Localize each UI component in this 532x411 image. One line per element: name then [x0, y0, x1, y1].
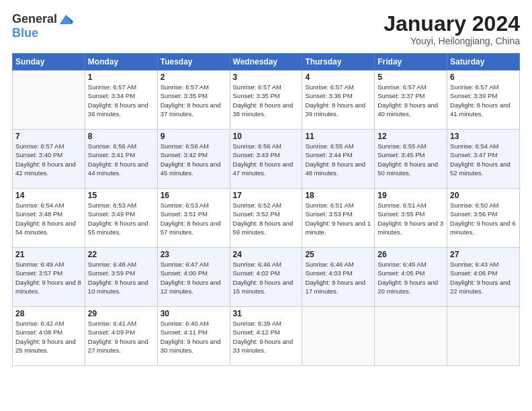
calendar-cell: 16Sunrise: 6:53 AM Sunset: 3:51 PM Dayli…	[157, 189, 230, 248]
cell-date: 28	[15, 309, 82, 318]
calendar-cell: 23Sunrise: 6:47 AM Sunset: 4:00 PM Dayli…	[157, 248, 230, 307]
cell-info: Sunrise: 6:55 AM Sunset: 3:45 PM Dayligh…	[378, 142, 444, 177]
cell-date: 7	[15, 132, 82, 141]
calendar-cell: 18Sunrise: 6:51 AM Sunset: 3:53 PM Dayli…	[302, 189, 375, 248]
cell-date: 4	[305, 73, 371, 82]
logo: General Blue	[12, 12, 73, 40]
cell-info: Sunrise: 6:42 AM Sunset: 4:08 PM Dayligh…	[15, 319, 82, 355]
cell-info: Sunrise: 6:57 AM Sunset: 3:35 PM Dayligh…	[233, 83, 300, 118]
title-area: January 2024 Youyi, Heilongjiang, China	[384, 12, 520, 46]
calendar-cell: 4Sunrise: 6:57 AM Sunset: 3:36 PM Daylig…	[302, 71, 375, 130]
day-header-tuesday: Tuesday	[157, 54, 230, 71]
cell-date: 25	[305, 250, 371, 259]
cell-info: Sunrise: 6:41 AM Sunset: 4:09 PM Dayligh…	[88, 319, 154, 355]
cell-date: 5	[378, 73, 444, 82]
cell-date: 26	[378, 250, 444, 259]
calendar-cell: 19Sunrise: 6:51 AM Sunset: 3:55 PM Dayli…	[375, 189, 447, 248]
calendar-cell: 28Sunrise: 6:42 AM Sunset: 4:08 PM Dayli…	[13, 307, 85, 366]
calendar-cell: 29Sunrise: 6:41 AM Sunset: 4:09 PM Dayli…	[85, 307, 157, 366]
cell-info: Sunrise: 6:48 AM Sunset: 3:59 PM Dayligh…	[88, 260, 154, 295]
cell-info: Sunrise: 6:49 AM Sunset: 3:57 PM Dayligh…	[15, 260, 82, 295]
calendar-cell: 14Sunrise: 6:54 AM Sunset: 3:48 PM Dayli…	[13, 189, 85, 248]
cell-info: Sunrise: 6:40 AM Sunset: 4:11 PM Dayligh…	[161, 319, 227, 355]
days-header-row: SundayMondayTuesdayWednesdayThursdayFrid…	[13, 54, 520, 71]
cell-date: 19	[378, 191, 444, 200]
cell-info: Sunrise: 6:57 AM Sunset: 3:39 PM Dayligh…	[450, 83, 517, 118]
cell-info: Sunrise: 6:57 AM Sunset: 3:37 PM Dayligh…	[378, 83, 444, 118]
cell-date: 20	[450, 191, 517, 200]
cell-date: 15	[88, 191, 154, 200]
calendar-cell: 24Sunrise: 6:46 AM Sunset: 4:02 PM Dayli…	[230, 248, 302, 307]
cell-info: Sunrise: 6:53 AM Sunset: 3:51 PM Dayligh…	[161, 201, 227, 236]
calendar-cell: 7Sunrise: 6:57 AM Sunset: 3:40 PM Daylig…	[13, 130, 85, 189]
header: General Blue January 2024 Youyi, Heilong…	[12, 12, 520, 46]
calendar-cell: 15Sunrise: 6:53 AM Sunset: 3:49 PM Dayli…	[85, 189, 157, 248]
calendar-cell: 27Sunrise: 6:43 AM Sunset: 4:06 PM Dayli…	[447, 248, 520, 307]
cell-info: Sunrise: 6:56 AM Sunset: 3:43 PM Dayligh…	[233, 142, 300, 177]
cell-date: 1	[88, 73, 154, 82]
logo-blue: Blue	[12, 27, 73, 40]
calendar-cell	[447, 307, 520, 366]
calendar-cell: 25Sunrise: 6:46 AM Sunset: 4:03 PM Dayli…	[302, 248, 375, 307]
calendar-cell: 12Sunrise: 6:55 AM Sunset: 3:45 PM Dayli…	[375, 130, 447, 189]
cell-date: 2	[161, 73, 227, 82]
cell-info: Sunrise: 6:57 AM Sunset: 3:36 PM Dayligh…	[305, 83, 371, 118]
week-row-2: 7Sunrise: 6:57 AM Sunset: 3:40 PM Daylig…	[13, 130, 520, 189]
cell-date: 10	[233, 132, 300, 141]
cell-info: Sunrise: 6:57 AM Sunset: 3:34 PM Dayligh…	[88, 83, 154, 118]
cell-info: Sunrise: 6:57 AM Sunset: 3:35 PM Dayligh…	[161, 83, 227, 118]
cell-date: 22	[88, 250, 154, 259]
calendar-page: General Blue January 2024 Youyi, Heilong…	[0, 0, 532, 411]
cell-info: Sunrise: 6:46 AM Sunset: 4:03 PM Dayligh…	[305, 260, 371, 295]
calendar-cell: 21Sunrise: 6:49 AM Sunset: 3:57 PM Dayli…	[13, 248, 85, 307]
calendar-cell: 5Sunrise: 6:57 AM Sunset: 3:37 PM Daylig…	[375, 71, 447, 130]
week-row-4: 21Sunrise: 6:49 AM Sunset: 3:57 PM Dayli…	[13, 248, 520, 307]
day-header-monday: Monday	[85, 54, 157, 71]
calendar-cell: 22Sunrise: 6:48 AM Sunset: 3:59 PM Dayli…	[85, 248, 157, 307]
calendar-table: SundayMondayTuesdayWednesdayThursdayFrid…	[12, 53, 520, 366]
cell-info: Sunrise: 6:50 AM Sunset: 3:56 PM Dayligh…	[450, 201, 517, 236]
cell-date: 18	[305, 191, 371, 200]
month-title: January 2024	[384, 12, 520, 36]
cell-date: 31	[233, 309, 300, 318]
cell-date: 16	[161, 191, 227, 200]
cell-info: Sunrise: 6:57 AM Sunset: 3:40 PM Dayligh…	[15, 142, 82, 177]
calendar-cell: 20Sunrise: 6:50 AM Sunset: 3:56 PM Dayli…	[447, 189, 520, 248]
cell-info: Sunrise: 6:54 AM Sunset: 3:47 PM Dayligh…	[450, 142, 517, 177]
cell-info: Sunrise: 6:51 AM Sunset: 3:55 PM Dayligh…	[378, 201, 444, 236]
cell-date: 27	[450, 250, 517, 259]
cell-date: 24	[233, 250, 300, 259]
cell-date: 8	[88, 132, 154, 141]
calendar-cell: 17Sunrise: 6:52 AM Sunset: 3:52 PM Dayli…	[230, 189, 302, 248]
calendar-cell: 31Sunrise: 6:39 AM Sunset: 4:12 PM Dayli…	[230, 307, 302, 366]
calendar-cell: 6Sunrise: 6:57 AM Sunset: 3:39 PM Daylig…	[447, 71, 520, 130]
week-row-3: 14Sunrise: 6:54 AM Sunset: 3:48 PM Dayli…	[13, 189, 520, 248]
cell-date: 12	[378, 132, 444, 141]
cell-info: Sunrise: 6:46 AM Sunset: 4:02 PM Dayligh…	[233, 260, 300, 295]
day-header-thursday: Thursday	[302, 54, 375, 71]
cell-info: Sunrise: 6:52 AM Sunset: 3:52 PM Dayligh…	[233, 201, 300, 236]
cell-info: Sunrise: 6:53 AM Sunset: 3:49 PM Dayligh…	[88, 201, 154, 236]
cell-date: 14	[15, 191, 82, 200]
cell-info: Sunrise: 6:56 AM Sunset: 3:41 PM Dayligh…	[88, 142, 154, 177]
cell-info: Sunrise: 6:43 AM Sunset: 4:06 PM Dayligh…	[450, 260, 517, 295]
calendar-cell: 11Sunrise: 6:55 AM Sunset: 3:44 PM Dayli…	[302, 130, 375, 189]
cell-date: 11	[305, 132, 371, 141]
day-header-friday: Friday	[375, 54, 447, 71]
logo-icon	[58, 12, 73, 27]
day-header-wednesday: Wednesday	[230, 54, 302, 71]
cell-info: Sunrise: 6:47 AM Sunset: 4:00 PM Dayligh…	[161, 260, 227, 295]
subtitle: Youyi, Heilongjiang, China	[384, 36, 520, 46]
cell-date: 23	[161, 250, 227, 259]
cell-info: Sunrise: 6:56 AM Sunset: 3:42 PM Dayligh…	[161, 142, 227, 177]
cell-info: Sunrise: 6:45 AM Sunset: 4:05 PM Dayligh…	[378, 260, 444, 295]
cell-date: 9	[161, 132, 227, 141]
cell-date: 30	[161, 309, 227, 318]
day-header-saturday: Saturday	[447, 54, 520, 71]
day-header-sunday: Sunday	[13, 54, 85, 71]
cell-info: Sunrise: 6:55 AM Sunset: 3:44 PM Dayligh…	[305, 142, 371, 177]
cell-date: 6	[450, 73, 517, 82]
calendar-cell	[302, 307, 375, 366]
calendar-cell	[13, 71, 85, 130]
calendar-cell: 2Sunrise: 6:57 AM Sunset: 3:35 PM Daylig…	[157, 71, 230, 130]
